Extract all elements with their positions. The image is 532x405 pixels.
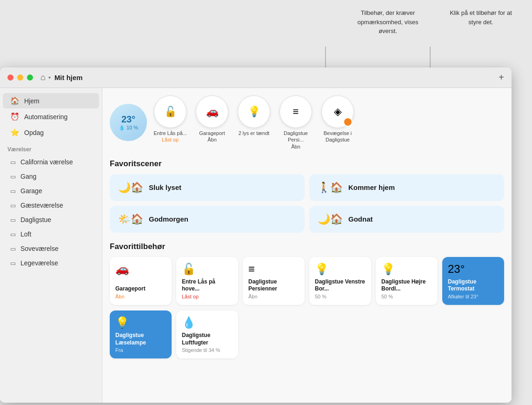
scenes-grid: 🌙🏠 Sluk lyset 🚶🏠 Kommer hjem 🌤️🏠 Godmorg… (110, 174, 504, 233)
dagligstue-luftfugter-icon: 💧 (182, 316, 233, 329)
opdag-icon: ⭐ (10, 128, 20, 137)
entre-las-hove-icon: 🔓 (182, 263, 233, 276)
loft-room-icon: ▭ (10, 231, 16, 238)
gang-label: Gang (20, 173, 36, 180)
sidebar-item-sovevarelse[interactable]: ▭Soveværelse (3, 242, 99, 256)
accessories-section-title: Favorittilbehør (110, 242, 504, 251)
maximize-button[interactable] (27, 74, 33, 81)
scene-card-kommer-hjem[interactable]: 🚶🏠 Kommer hjem (309, 174, 504, 201)
opdag-label: Opdag (24, 129, 44, 136)
chevron-down-icon: ▾ (48, 75, 51, 80)
dagligstue-hoejre-bordl-icon: 💡 (381, 263, 432, 276)
dagligstue-termostat-icon: 23° (448, 263, 499, 276)
acc-card-dagligstue-luftfugter[interactable]: 💧 Dagligstue Luftfugter Stigende til 34 … (176, 310, 238, 358)
add-button[interactable]: + (499, 72, 504, 83)
automatisering-label: Automatisering (24, 113, 67, 121)
dagligstue-termostat-name: Dagligstue Termostat (448, 278, 499, 293)
dagligstue-persi-icon: ≡ (293, 106, 299, 118)
garageport-circle: 🚗 (196, 95, 228, 128)
legevarelse-label: Legeværelse (20, 259, 58, 267)
home-picker-button[interactable]: ⌂ ▾ (40, 73, 51, 82)
dagligstue-label: Dagligstue (20, 216, 51, 223)
sidebar-item-opdag[interactable]: ⭐Opdag (3, 125, 99, 140)
gaestevarelse-label: Gæsteværelse (20, 202, 63, 209)
hjem-label: Hjem (24, 97, 40, 105)
dagligstue-laeselampe-icon: 💡 (115, 316, 166, 329)
sluk-lyset-icon: 🌙🏠 (118, 182, 143, 194)
main-panel: 23° 💧 10 % 🔓 Entre Lås på...Låst op 🚗 Ga… (102, 88, 512, 403)
godmorgen-label: Godmorgen (149, 215, 188, 223)
sidebar-item-california[interactable]: ▭California værelse (3, 155, 99, 169)
top-accessory-entre-las[interactable]: 🔓 Entre Lås på...Låst op (152, 95, 189, 150)
entre-las-sublabel: Låst op (162, 137, 179, 142)
acc-card-dagligstue-termostat[interactable]: 23° Dagligstue Termostat Afkøler til 23° (442, 257, 504, 305)
entre-las-hove-status: Låst op (182, 294, 233, 299)
weather-tile[interactable]: 23° 💧 10 % (110, 104, 147, 141)
status-bar: 23° 💧 10 % 🔓 Entre Lås på...Låst op 🚗 Ga… (110, 95, 504, 150)
godnat-icon: 🌙🏠 (318, 213, 343, 225)
house-icon: ⌂ (40, 73, 46, 82)
bevaegelse-icon: ◈ (334, 106, 342, 118)
2lys-circle: 💡 (238, 95, 270, 128)
app-window: ⌂ ▾ Mit hjem + 🏠Hjem⏰Automatisering⭐Opda… (0, 68, 512, 403)
scene-card-godnat[interactable]: 🌙🏠 Godnat (309, 206, 504, 233)
top-accessory-dagligstue-persi[interactable]: ≡ Dagligstue Persi...Åbn (277, 95, 314, 150)
bevaegelse-circle: ◈ (321, 95, 354, 128)
accessories-grid-row2: 💡 Dagligstue Læselampe Fra 💧 Dagligstue … (110, 310, 504, 358)
sidebar-item-legevarelse[interactable]: ▭Legeværelse (3, 256, 99, 270)
window-controls (7, 74, 33, 81)
rooms-section-label: Værelser (0, 141, 102, 155)
scene-card-godmorgen[interactable]: 🌤️🏠 Godmorgen (110, 206, 305, 233)
accessories-grid-row1: 🚗 Garageport Åbn 🔓 Entre Lås på hove... … (110, 257, 504, 305)
top-accessory-2lys[interactable]: 💡 2 lys er tændt (235, 95, 273, 150)
sidebar-item-loft[interactable]: ▭Loft (3, 227, 99, 241)
sidebar-item-automatisering[interactable]: ⏰Automatisering (3, 109, 99, 124)
dagligstue-persienner-icon: ≡ (248, 263, 299, 276)
acc-card-dagligstue-laeselampe[interactable]: 💡 Dagligstue Læselampe Fra (110, 310, 172, 358)
2lys-icon: 💡 (248, 106, 260, 118)
acc-card-garageport[interactable]: 🚗 Garageport Åbn (110, 257, 172, 305)
dagligstue-persienner-name: Dagligstue Persienner (248, 278, 299, 293)
callout-1: Tilbehør, der kræver opmærksomhed, vises… (355, 8, 420, 36)
garageport-status: Åbn (115, 294, 166, 299)
scenes-section-title: Favoritscener (110, 159, 504, 169)
acc-card-dagligstue-persienner[interactable]: ≡ Dagligstue Persienner Åbn (243, 257, 305, 305)
titlebar-title: Mit hjem (54, 74, 83, 81)
garageport-label: GarageportÅbn (199, 130, 225, 143)
sovevarelse-label: Soveværelse (20, 245, 59, 252)
dagligstue-hoejre-bordl-status: 50 % (381, 294, 432, 299)
bevaegelse-label: Bevægelse i Dagligstue (319, 130, 356, 143)
sidebar-item-gaestevarelse[interactable]: ▭Gæsteværelse (3, 198, 99, 212)
legevarelse-room-icon: ▭ (10, 260, 16, 267)
acc-card-dagligstue-hoejre-bordl[interactable]: 💡 Dagligstue Højre Bordl... 50 % (376, 257, 438, 305)
acc-card-entre-las-hove[interactable]: 🔓 Entre Lås på hove... Låst op (176, 257, 238, 305)
dagligstue-persi-circle: ≡ (279, 95, 312, 128)
minimize-button[interactable] (17, 74, 23, 81)
top-accessory-garageport[interactable]: 🚗 GarageportÅbn (193, 95, 231, 150)
sidebar-item-dagligstue[interactable]: ▭Dagligstue (3, 213, 99, 227)
garage-room-icon: ▭ (10, 188, 16, 195)
garageport-icon: 🚗 (206, 106, 219, 118)
sidebar-item-hjem[interactable]: 🏠Hjem (3, 93, 99, 108)
titlebar: ⌂ ▾ Mit hjem + (0, 68, 512, 88)
godmorgen-icon: 🌤️🏠 (118, 213, 143, 225)
dagligstue-luftfugter-name: Dagligstue Luftfugter (182, 332, 233, 346)
callout-2: Klik på et tilbehør for at styre det. (448, 8, 513, 27)
sluk-lyset-label: Sluk lyset (149, 183, 181, 191)
california-room-icon: ▭ (10, 159, 16, 166)
sidebar-item-garage[interactable]: ▭Garage (3, 184, 99, 198)
close-button[interactable] (7, 74, 13, 81)
godnat-label: Godnat (348, 215, 373, 223)
dagligstue-venstre-bor-icon: 💡 (315, 263, 366, 276)
dagligstue-persi-sublabel: Åbn (291, 144, 300, 149)
sidebar-item-gang[interactable]: ▭Gang (3, 169, 99, 183)
acc-card-dagligstue-venstre-bor[interactable]: 💡 Dagligstue Venstre Bor... 50 % (309, 257, 371, 305)
california-label: California værelse (20, 158, 73, 166)
entre-las-hove-name: Entre Lås på hove... (182, 278, 233, 293)
dagligstue-room-icon: ▭ (10, 216, 16, 223)
entre-las-circle: 🔓 (154, 95, 186, 128)
dagligstue-hoejre-bordl-name: Dagligstue Højre Bordl... (381, 278, 432, 293)
dagligstue-termostat-status: Afkøler til 23° (448, 294, 499, 299)
scene-card-sluk-lyset[interactable]: 🌙🏠 Sluk lyset (110, 174, 305, 201)
top-accessory-bevaegelse[interactable]: ◈ Bevægelse i Dagligstue (319, 95, 356, 150)
